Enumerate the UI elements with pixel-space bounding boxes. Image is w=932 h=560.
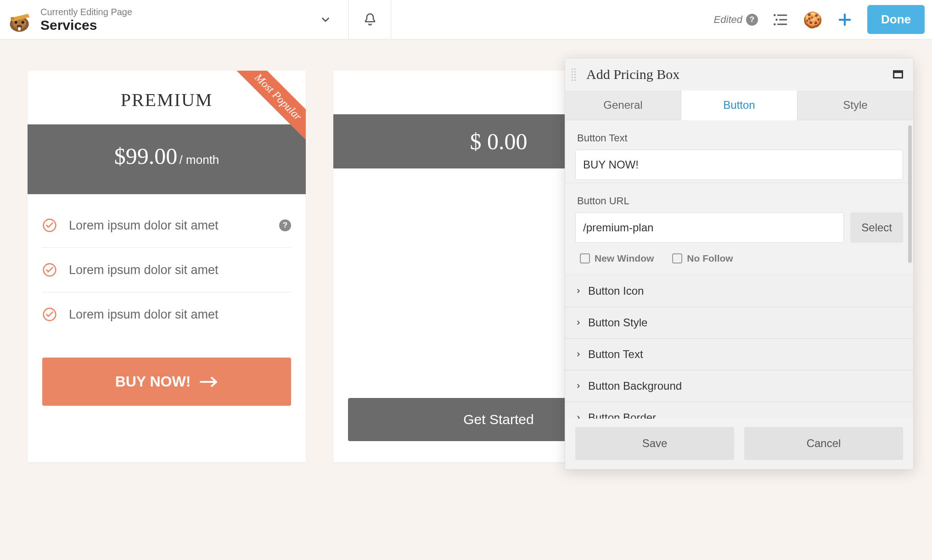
cookie-icon: 🍪 — [803, 11, 822, 29]
svg-point-11 — [774, 23, 776, 25]
panel-title: Add Pricing Box — [586, 67, 893, 82]
page-title: Services — [40, 17, 310, 33]
accordion-button-icon[interactable]: Button Icon — [565, 275, 913, 307]
checkbox-icon — [580, 253, 590, 263]
button-url-label: Button URL — [577, 195, 903, 207]
accordion-button-background[interactable]: Button Background — [565, 370, 913, 402]
svg-rect-6 — [11, 17, 14, 20]
price-period: / month — [180, 153, 219, 167]
drag-handle-icon[interactable] — [572, 68, 580, 81]
outline-button[interactable] — [771, 10, 790, 29]
chevron-right-icon — [575, 414, 582, 419]
chevron-right-icon — [575, 351, 582, 358]
svg-rect-5 — [18, 27, 21, 30]
button-url-input[interactable] — [575, 213, 844, 243]
panel-header[interactable]: Add Pricing Box — [565, 58, 913, 90]
chevron-right-icon — [575, 319, 582, 326]
accordion-label: Button Background — [588, 380, 682, 392]
chevron-right-icon — [575, 383, 582, 389]
cancel-button[interactable]: Cancel — [744, 427, 903, 460]
check-circle-icon — [42, 218, 57, 233]
price-amount: $ 0.00 — [470, 129, 528, 154]
chevron-right-icon — [575, 288, 582, 294]
topbar: Currently Editing Page Services Edited ?… — [0, 0, 932, 39]
tab-general[interactable]: General — [565, 90, 681, 120]
feature-item: Lorem ipsum dolor sit amet — [42, 248, 291, 292]
new-window-label: New Window — [595, 253, 654, 264]
feature-text: Lorem ipsum dolor sit amet — [69, 218, 219, 233]
edited-label: Edited — [714, 14, 742, 26]
topbar-right: Edited ? 🍪 Done — [391, 0, 932, 39]
editing-status-label: Currently Editing Page — [40, 7, 310, 17]
bell-icon — [362, 12, 378, 28]
panel-body: Button Text Button URL Select New Window… — [565, 120, 913, 469]
no-follow-label: No Follow — [687, 253, 733, 264]
feature-text: Lorem ipsum dolor sit amet — [69, 263, 219, 277]
settings-panel: Add Pricing Box General Button Style But… — [565, 58, 914, 470]
beaver-logo-icon — [6, 6, 34, 34]
feature-list: Lorem ipsum dolor sit amet ? Lorem ipsum… — [28, 194, 306, 336]
button-text-input[interactable] — [575, 150, 903, 180]
assistant-button[interactable]: 🍪 — [803, 10, 822, 29]
button-text-label: Button Text — [577, 132, 903, 144]
no-follow-checkbox[interactable]: No Follow — [672, 253, 733, 264]
tab-style[interactable]: Style — [797, 90, 913, 120]
save-button[interactable]: Save — [575, 427, 734, 460]
panel-scrollbar[interactable] — [908, 125, 912, 263]
arrow-right-icon — [200, 376, 218, 388]
check-circle-icon — [42, 307, 57, 322]
accordion-label: Button Icon — [588, 285, 644, 297]
checkbox-icon — [672, 253, 682, 263]
panel-tabs: General Button Style — [565, 90, 913, 120]
url-options: New Window No Follow — [580, 253, 903, 264]
field-button-url: Button URL Select New Window No Follow — [565, 183, 913, 275]
plus-icon — [837, 12, 853, 28]
accordion-button-style[interactable]: Button Style — [565, 307, 913, 339]
notifications-button[interactable] — [349, 0, 391, 39]
expand-window-icon[interactable] — [893, 70, 903, 78]
tab-button[interactable]: Button — [681, 90, 797, 120]
help-icon[interactable]: ? — [279, 219, 291, 231]
outline-icon — [773, 13, 788, 27]
price-band: $99.00 / month — [28, 124, 306, 194]
check-circle-icon — [42, 263, 57, 277]
chevron-down-icon — [320, 14, 331, 26]
feature-text: Lorem ipsum dolor sit amet — [69, 308, 219, 322]
svg-point-3 — [22, 21, 24, 23]
new-window-checkbox[interactable]: New Window — [580, 253, 654, 264]
svg-point-9 — [775, 18, 778, 21]
svg-point-2 — [15, 21, 17, 23]
accordion-button-text[interactable]: Button Text — [565, 338, 913, 370]
accordion-label: Button Border — [588, 411, 656, 419]
accordion-label: Button Text — [588, 348, 643, 361]
done-button[interactable]: Done — [867, 5, 925, 34]
feature-item: Lorem ipsum dolor sit amet ? — [42, 203, 291, 248]
topbar-left: Currently Editing Page Services — [0, 0, 349, 39]
page-dropdown-button[interactable] — [316, 11, 335, 29]
panel-footer: Save Cancel — [565, 419, 913, 469]
add-content-button[interactable] — [835, 10, 854, 29]
accordion-label: Button Style — [588, 316, 647, 329]
buy-now-label: BUY NOW! — [115, 373, 191, 390]
price-amount: $99.00 — [114, 143, 178, 169]
feature-item: Lorem ipsum dolor sit amet — [42, 292, 291, 336]
help-icon[interactable]: ? — [746, 14, 758, 26]
select-url-button[interactable]: Select — [850, 213, 903, 243]
field-button-text: Button Text — [565, 120, 913, 183]
page-info: Currently Editing Page Services — [40, 7, 310, 33]
buy-now-button[interactable]: BUY NOW! — [42, 358, 291, 406]
accordion-button-border[interactable]: Button Border — [565, 402, 913, 419]
get-started-label: Get Started — [463, 412, 533, 427]
svg-point-7 — [774, 14, 776, 16]
edited-status: Edited ? — [714, 14, 758, 26]
pricing-card-premium[interactable]: Most Popular PREMIUM $99.00 / month Lore… — [28, 71, 306, 462]
card-footer: BUY NOW! — [28, 336, 306, 427]
